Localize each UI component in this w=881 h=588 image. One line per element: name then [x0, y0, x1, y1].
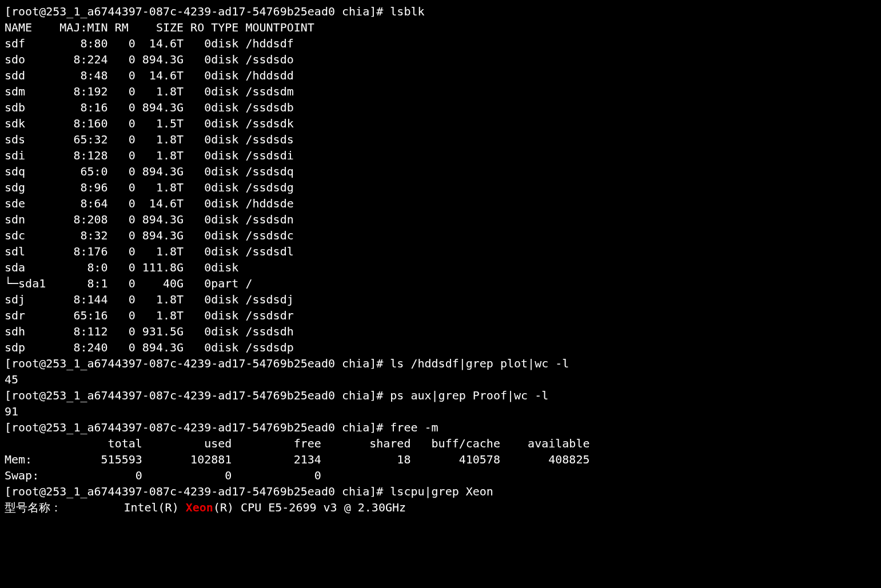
command-text: ls /hddsdf|grep plot|wc -l [390, 357, 569, 370]
shell-prompt: [root@253_1_a6744397-087c-4239-ad17-5476… [5, 357, 390, 370]
command-text: lscpu|grep Xeon [390, 485, 493, 498]
shell-prompt: [root@253_1_a6744397-087c-4239-ad17-5476… [5, 421, 390, 434]
terminal-output[interactable]: [root@253_1_a6744397-087c-4239-ad17-5476… [0, 0, 881, 519]
prompt-ls-plot: [root@253_1_a6744397-087c-4239-ad17-5476… [5, 357, 569, 370]
free-rows: Mem: 515593 102881 2134 18 410578 408825… [5, 453, 590, 482]
lsblk-rows: sdf 8:80 0 14.6T 0disk /hddsdf sdo 8:224… [5, 37, 294, 354]
lscpu-highlight: Xeon [186, 501, 213, 514]
command-text: free -m [390, 421, 438, 434]
ps-proof-output: 91 [5, 405, 18, 418]
prompt-free: [root@253_1_a6744397-087c-4239-ad17-5476… [5, 421, 438, 434]
prompt-lscpu: [root@253_1_a6744397-087c-4239-ad17-5476… [5, 485, 493, 498]
shell-prompt: [root@253_1_a6744397-087c-4239-ad17-5476… [5, 485, 390, 498]
command-text: lsblk [390, 5, 424, 18]
shell-prompt: [root@253_1_a6744397-087c-4239-ad17-5476… [5, 389, 390, 402]
ls-plot-output: 45 [5, 373, 18, 386]
lscpu-output: 型号名称： Intel(R) Xeon(R) CPU E5-2699 v3 @ … [5, 501, 406, 514]
shell-prompt: [root@253_1_a6744397-087c-4239-ad17-5476… [5, 5, 390, 18]
lscpu-pre: Intel(R) [123, 501, 185, 514]
command-text: ps aux|grep Proof|wc -l [390, 389, 548, 402]
lscpu-label: 型号名称： [5, 501, 62, 514]
lsblk-header: NAME MAJ:MIN RM SIZE RO TYPE MOUNTPOINT [5, 21, 314, 34]
prompt-lsblk: [root@253_1_a6744397-087c-4239-ad17-5476… [5, 5, 425, 18]
prompt-ps-proof: [root@253_1_a6744397-087c-4239-ad17-5476… [5, 389, 548, 402]
lscpu-post: (R) CPU E5-2699 v3 @ 2.30GHz [213, 501, 406, 514]
free-header: total used free shared buff/cache availa… [5, 437, 590, 450]
